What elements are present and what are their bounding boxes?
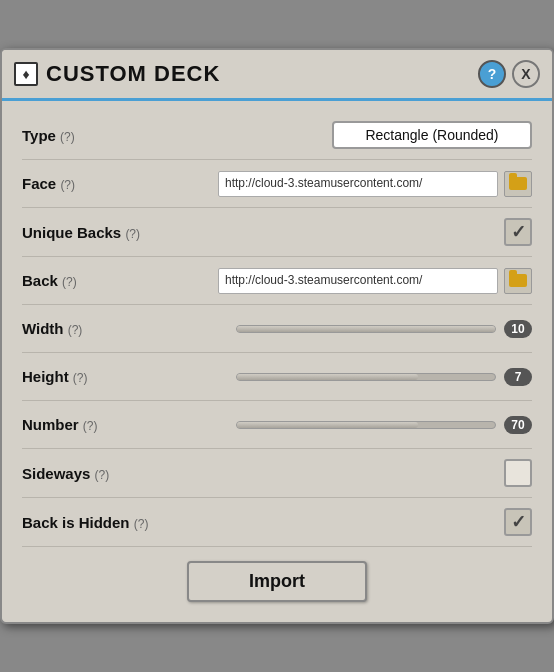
width-slider-wrap: 10 [182, 320, 532, 338]
width-slider-track[interactable] [236, 325, 496, 333]
type-dropdown[interactable]: Rectangle (Rounded) [332, 121, 532, 149]
type-row: Type (?) Rectangle (Rounded) [22, 111, 532, 160]
window-title: CUSTOM DECK [46, 61, 220, 87]
face-url-input[interactable]: http://cloud-3.steamusercontent.com/ [218, 171, 498, 197]
sideways-row: Sideways (?) [22, 449, 532, 498]
import-button[interactable]: Import [187, 561, 367, 602]
back-row: Back (?) http://cloud-3.steamusercontent… [22, 257, 532, 305]
number-slider-track[interactable] [236, 421, 496, 429]
height-row: Height (?) 7 [22, 353, 532, 401]
width-control: 10 [182, 320, 532, 338]
height-label: Height (?) [22, 368, 182, 385]
height-slider-wrap: 7 [182, 368, 532, 386]
height-slider-track[interactable] [236, 373, 496, 381]
type-label: Type (?) [22, 127, 182, 144]
sideways-label: Sideways (?) [22, 465, 182, 482]
close-button[interactable]: X [512, 60, 540, 88]
face-row: Face (?) http://cloud-3.steamusercontent… [22, 160, 532, 208]
back-hidden-checkbox[interactable] [504, 508, 532, 536]
title-left: ♦ CUSTOM DECK [14, 61, 220, 87]
content-area: Type (?) Rectangle (Rounded) Face (?) ht… [2, 101, 552, 622]
type-control: Rectangle (Rounded) [182, 121, 532, 149]
number-row: Number (?) 70 [22, 401, 532, 449]
title-buttons: ? X [478, 60, 540, 88]
unique-backs-row: Unique Backs (?) [22, 208, 532, 257]
unique-backs-control [182, 218, 532, 246]
sideways-control [182, 459, 532, 487]
height-slider-value: 7 [504, 368, 532, 386]
help-button[interactable]: ? [478, 60, 506, 88]
back-folder-button[interactable] [504, 268, 532, 294]
unique-backs-hint: (?) [125, 227, 140, 241]
custom-deck-window: ♦ CUSTOM DECK ? X Type (?) Rectangle (Ro… [0, 48, 554, 624]
folder-icon [509, 274, 527, 287]
import-section: Import [22, 547, 532, 602]
type-hint: (?) [60, 130, 75, 144]
face-label: Face (?) [22, 175, 182, 192]
face-folder-button[interactable] [504, 171, 532, 197]
width-label: Width (?) [22, 320, 182, 337]
height-hint: (?) [73, 371, 88, 385]
width-hint: (?) [68, 323, 83, 337]
back-hidden-label: Back is Hidden (?) [22, 514, 182, 531]
face-hint: (?) [60, 178, 75, 192]
width-slider-value: 10 [504, 320, 532, 338]
unique-backs-label: Unique Backs (?) [22, 224, 182, 241]
back-hidden-row: Back is Hidden (?) [22, 498, 532, 547]
sideways-checkbox[interactable] [504, 459, 532, 487]
number-hint: (?) [83, 419, 98, 433]
sideways-hint: (?) [95, 468, 110, 482]
number-label: Number (?) [22, 416, 182, 433]
width-slider-fill [237, 326, 495, 332]
face-control: http://cloud-3.steamusercontent.com/ [182, 171, 532, 197]
card-icon: ♦ [14, 62, 38, 86]
back-hidden-hint: (?) [134, 517, 149, 531]
number-control: 70 [182, 416, 532, 434]
height-control: 7 [182, 368, 532, 386]
height-slider-fill [237, 374, 418, 380]
back-control: http://cloud-3.steamusercontent.com/ [182, 268, 532, 294]
back-hidden-control [182, 508, 532, 536]
number-slider-wrap: 70 [182, 416, 532, 434]
number-slider-fill [237, 422, 418, 428]
folder-icon [509, 177, 527, 190]
back-url-input[interactable]: http://cloud-3.steamusercontent.com/ [218, 268, 498, 294]
unique-backs-checkbox[interactable] [504, 218, 532, 246]
width-row: Width (?) 10 [22, 305, 532, 353]
title-bar: ♦ CUSTOM DECK ? X [2, 50, 552, 101]
number-slider-value: 70 [504, 416, 532, 434]
back-label: Back (?) [22, 272, 182, 289]
back-hint: (?) [62, 275, 77, 289]
